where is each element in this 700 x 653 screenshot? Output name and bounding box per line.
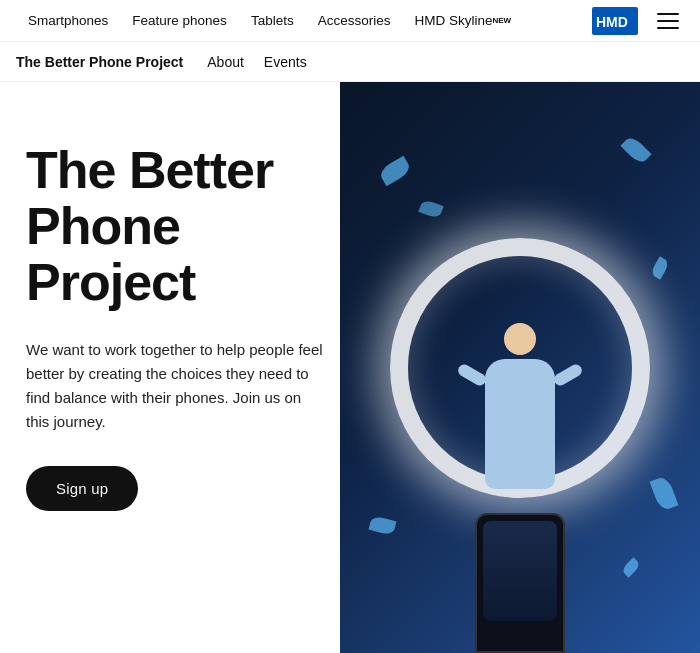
nav-smartphones[interactable]: Smartphones: [16, 0, 120, 42]
svg-text:HMD: HMD: [596, 14, 628, 30]
nav-about[interactable]: About: [207, 54, 244, 70]
hamburger-button[interactable]: [652, 5, 684, 37]
nav-hmd-skyline[interactable]: HMD SkylineNEW: [402, 0, 523, 42]
hero-phone: [475, 513, 565, 653]
decorative-leaf-7: [650, 475, 679, 512]
top-nav-links: Smartphones Feature phones Tablets Acces…: [16, 0, 523, 42]
breadcrumb[interactable]: The Better Phone Project: [16, 54, 183, 70]
secondary-nav: The Better Phone Project About Events: [0, 42, 700, 82]
decorative-leaf-1: [378, 156, 413, 187]
hero-section: The Better Phone Project We want to work…: [0, 82, 700, 653]
hero-description: We want to work together to help people …: [26, 338, 325, 434]
hmd-logo[interactable]: HMD: [592, 7, 638, 35]
nav-events[interactable]: Events: [264, 54, 307, 70]
person-head: [504, 323, 536, 355]
secondary-nav-links: About Events: [207, 54, 306, 70]
hmd-logo-area: HMD: [592, 5, 684, 37]
decorative-leaf-6: [621, 557, 642, 578]
person-body: [485, 359, 555, 489]
skyline-badge: NEW: [492, 16, 511, 25]
sign-up-button[interactable]: Sign up: [26, 466, 138, 511]
decorative-leaf-2: [418, 199, 443, 220]
nav-hmd-skyline-label: HMD Skyline: [414, 13, 492, 28]
hero-phone-screen: [483, 521, 557, 621]
hero-title: The Better Phone Project: [26, 142, 325, 310]
top-nav: Smartphones Feature phones Tablets Acces…: [0, 0, 700, 42]
decorative-leaf-4: [650, 256, 670, 279]
nav-accessories[interactable]: Accessories: [306, 0, 403, 42]
nav-feature-phones[interactable]: Feature phones: [120, 0, 239, 42]
hero-content: The Better Phone Project We want to work…: [0, 82, 345, 551]
nav-tablets[interactable]: Tablets: [239, 0, 306, 42]
decorative-leaf-5: [368, 515, 396, 536]
decorative-leaf-3: [620, 134, 651, 165]
hamburger-icon: [657, 13, 679, 29]
hero-image: [340, 82, 700, 653]
